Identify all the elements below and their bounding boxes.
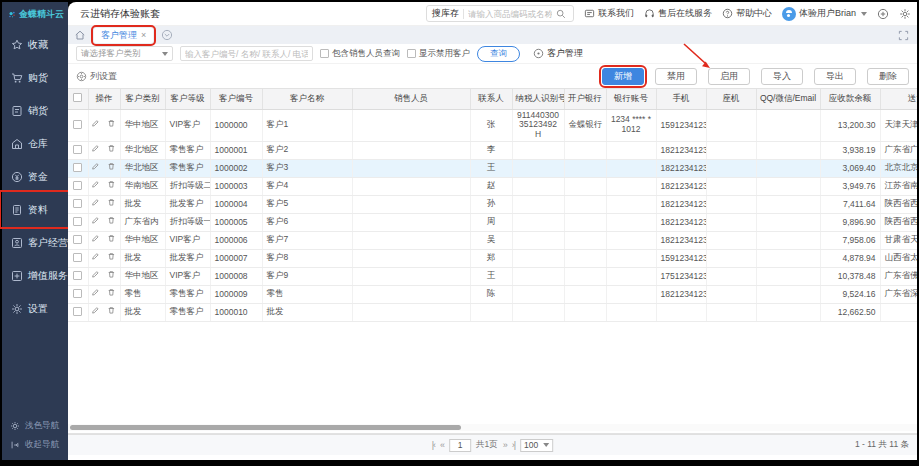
column-header-landline[interactable]: 座机 [706,89,756,109]
sidebar-footer-collapse-nav[interactable]: 收起导航 [2,435,68,454]
row-checkbox[interactable] [73,163,82,172]
user-menu[interactable]: 体验用户Brian [782,7,867,21]
delete-row-button[interactable] [107,216,117,228]
column-header-contact[interactable]: 联系人 [470,89,512,109]
row-checkbox[interactable] [73,307,82,316]
row-checkbox[interactable] [73,181,82,190]
keyword-search-input[interactable] [180,46,313,61]
table-row[interactable]: 批发零售客户1000010批发12,662.50 [68,303,917,321]
next-page-icon[interactable]: ›› [503,441,507,450]
delete-row-button[interactable] [107,119,117,131]
inventory-search-input[interactable] [468,9,552,19]
row-checkbox[interactable] [73,145,82,154]
tab-customer-management[interactable]: 客户管理 × [94,28,153,43]
tab-close-icon[interactable]: × [141,31,146,40]
sidebar-item-data[interactable]: 资料 [2,193,68,226]
edit-row-button[interactable] [91,216,101,228]
delete-button[interactable]: 删除 [867,68,909,85]
sidebar-item-customer-management[interactable]: 客户经营 [2,226,68,259]
delete-row-button[interactable] [107,288,117,300]
fullscreen-icon[interactable] [898,30,909,41]
column-header-customer-name[interactable]: 客户名称 [262,89,352,109]
table-row[interactable]: 华中地区VIP客户1000008客户9王1751234123410,378.48… [68,267,917,285]
plus-circle-icon[interactable] [877,8,889,20]
show-disabled-checkbox[interactable]: 显示禁用客户 [407,48,470,60]
column-header-tax-id[interactable]: 纳税人识别号 [512,89,564,109]
help-center-link[interactable]: 帮助中心 [722,7,772,20]
table-row[interactable]: 华中地区VIP客户1000000客户1张91144030035123492H金蝶… [68,109,917,141]
row-checkbox[interactable] [73,120,82,129]
table-row[interactable]: 华中地区VIP客户1000006客户7吴182123412347,958.06甘… [68,231,917,249]
tab-list-dropdown-icon[interactable] [161,29,173,41]
prev-page-icon[interactable]: ‹‹ [440,441,444,450]
delete-row-button[interactable] [107,162,117,174]
import-button[interactable]: 导入 [761,68,803,85]
contact-us-link[interactable]: 联系我们 [584,7,634,20]
column-header-bank-account[interactable]: 银行账号 [606,89,656,109]
sidebar-item-favorites[interactable]: 收藏 [2,28,68,61]
column-header-category[interactable]: 客户类别 [120,89,165,109]
edit-row-button[interactable] [91,252,101,264]
query-button[interactable]: 查询 [477,46,520,62]
page-size-select[interactable]: 100 [520,439,553,452]
row-checkbox[interactable] [73,235,82,244]
sidebar-footer-light-nav[interactable]: 浅色导航 [2,416,68,435]
delete-row-button[interactable] [107,252,117,264]
customer-category-select[interactable]: 请选择客户类别 [76,46,173,61]
include-sales-checkbox[interactable]: 包含销售人员查询 [320,48,400,60]
delete-row-button[interactable] [107,180,117,192]
enable-button[interactable]: 启用 [708,68,750,85]
disable-button[interactable]: 禁用 [655,68,697,85]
first-page-icon[interactable]: |‹ [432,441,435,450]
home-icon[interactable] [74,29,86,41]
checkbox-icon[interactable] [320,49,329,58]
last-page-icon[interactable]: ›| [512,441,515,450]
table-row[interactable]: 华北地区零售客户1000002客户3王182123412343,069.40北京… [68,159,917,177]
horizontal-scrollbar[interactable] [68,424,917,431]
edit-row-button[interactable] [91,306,101,318]
edit-row-button[interactable] [91,180,101,192]
after-sales-service-link[interactable]: 售后在线服务 [644,7,712,20]
inventory-search-box[interactable]: 搜库存 [426,5,574,22]
customer-management-link[interactable]: 客户管理 [533,47,583,60]
edit-row-button[interactable] [91,234,101,246]
edit-row-button[interactable] [91,144,101,156]
delete-row-button[interactable] [107,306,117,318]
table-row[interactable]: 批发批发客户1000007客户8郑159123412344,878.94山西省太… [68,249,917,267]
table-row[interactable]: 华南地区折扣等级二1000003客户4赵182123412343,949.76江… [68,177,917,195]
sidebar-item-sales[interactable]: 销货 [2,94,68,127]
column-header-bank[interactable]: 开户银行 [564,89,606,109]
sidebar-item-purchase[interactable]: 购货 [2,61,68,94]
row-checkbox[interactable] [73,271,82,280]
column-header-delivery-address[interactable]: 送货地址 [880,89,917,109]
delete-row-button[interactable] [107,198,117,210]
search-icon[interactable] [556,9,566,19]
add-button[interactable]: 新增 [602,68,644,85]
edit-row-button[interactable] [91,198,101,210]
column-header-grade[interactable]: 客户等级 [165,89,210,109]
column-header-receivable-balance[interactable]: 应收款余额 [820,89,880,109]
column-header-code[interactable]: 客户编号 [210,89,262,109]
column-header-salesperson[interactable]: 销售人员 [352,89,470,109]
row-checkbox[interactable] [73,217,82,226]
scrollbar-thumb[interactable] [70,425,461,430]
delete-row-button[interactable] [107,270,117,282]
table-row[interactable]: 广东省内折扣等级一1000005客户6周182123412349,896.90陕… [68,213,917,231]
sidebar-item-funds[interactable]: 资金 [2,160,68,193]
column-header-mobile[interactable]: 手机 [656,89,706,109]
gear-icon[interactable] [899,8,911,20]
delete-row-button[interactable] [107,234,117,246]
edit-row-button[interactable] [91,119,101,131]
page-number-input[interactable] [449,439,471,452]
row-checkbox[interactable] [73,289,82,298]
sidebar-item-value-added-services[interactable]: 增值服务 [2,259,68,292]
checkbox-icon[interactable] [407,49,416,58]
row-checkbox[interactable] [73,199,82,208]
table-row[interactable]: 批发批发客户1000004客户5孙182123412347,411.64陕西省西… [68,195,917,213]
table-row[interactable]: 零售零售客户1000009零售陈182123412349,524.16广东省深圳… [68,285,917,303]
column-settings-button[interactable]: 列设置 [76,70,117,83]
edit-row-button[interactable] [91,288,101,300]
edit-row-button[interactable] [91,162,101,174]
select-all-checkbox[interactable] [73,93,82,102]
edit-row-button[interactable] [91,270,101,282]
